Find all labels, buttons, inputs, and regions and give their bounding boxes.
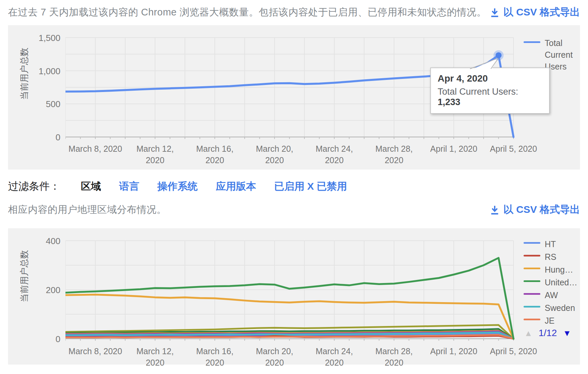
legend-swatch (524, 255, 540, 256)
y-tick-label: 0 (13, 132, 60, 143)
legend-label: RS (545, 251, 556, 263)
legend-swatch (524, 268, 540, 269)
total-users-chart-panel: 当前用户总数 Total Current Users Apr 4, 2020 T… (8, 25, 580, 170)
stats-page: { "page": { "chart1_description": "在过去 7… (0, 0, 588, 374)
export-csv-label: 以 CSV 格式导出 (503, 5, 580, 19)
legend-item: Hung… (524, 264, 573, 276)
legend-item: JE (524, 315, 554, 327)
export-csv-link-1[interactable]: 以 CSV 格式导出 (489, 5, 580, 19)
y-tick-label: 1,500 (13, 33, 60, 43)
x-tick-label: March 12, 2020 (136, 143, 174, 166)
chart1-description: 在过去 7 天内加载过该内容的 Chrome 浏览器大概数量。包括该内容处于已启… (8, 6, 487, 19)
legend-label: JE (545, 315, 554, 327)
filter-region[interactable]: 区域 (81, 180, 101, 193)
x-tick-label: March 8, 2020 (68, 346, 122, 357)
legend-swatch (524, 293, 540, 295)
legend-item: United… (524, 277, 577, 288)
legend-label: United… (545, 277, 577, 288)
legend-label: Sweden (545, 302, 575, 314)
filter-enabled-disabled[interactable]: 已启用 X 已禁用 (274, 180, 347, 193)
x-tick-label: March 16, 2020 (196, 143, 233, 166)
x-tick-label: April 5, 2020 (490, 143, 537, 155)
x-tick-label: March 20, 2020 (256, 346, 293, 369)
chart2-header-row: 相应内容的用户地理区域分布情况。 以 CSV 格式导出 (8, 203, 580, 217)
legend-swatch (524, 306, 540, 308)
x-tick-label: March 8, 2020 (68, 143, 122, 155)
x-tick-label: March 28, 2020 (375, 143, 412, 166)
x-tick-label: April 5, 2020 (490, 346, 537, 357)
legend-label: Hung… (545, 264, 573, 276)
tooltip-value: 1,233 (438, 97, 460, 107)
legend-label: AW (545, 289, 558, 301)
x-tick-label: March 24, 2020 (315, 143, 353, 166)
download-icon (489, 204, 500, 215)
y-tick-label: 1,000 (13, 66, 60, 77)
x-tick-label: April 1, 2020 (430, 143, 477, 155)
tooltip-series-label: Total Current Users: (438, 87, 518, 97)
legend-pagination: ▲ 1/12 ▼ (524, 328, 571, 338)
legend-item: AW (524, 289, 558, 301)
download-icon (489, 7, 500, 18)
legend-swatch (524, 319, 540, 320)
legend-page-indicator: 1/12 (539, 328, 557, 338)
y-tick-label: 500 (13, 99, 60, 109)
legend-item: Sweden (524, 302, 575, 314)
legend-swatch (524, 41, 540, 43)
filter-row-label: 过滤条件： (8, 179, 60, 193)
filter-os[interactable]: 操作系统 (157, 180, 198, 193)
chart1-header-row: 在过去 7 天内加载过该内容的 Chrome 浏览器大概数量。包括该内容处于已启… (8, 5, 580, 19)
y-tick-label: 0 (13, 334, 60, 344)
region-chart-panel: 当前用户总数 HTRSHung…United…AWSwedenJE ▲ 1/12… (8, 228, 580, 365)
filter-language[interactable]: 语言 (119, 180, 139, 193)
tooltip-date: Apr 4, 2020 (438, 73, 542, 84)
export-csv-link-2[interactable]: 以 CSV 格式导出 (489, 203, 580, 217)
tooltip-value-row: Total Current Users: 1,233 (438, 87, 542, 107)
legend-swatch (524, 280, 540, 282)
legend-page-up-icon[interactable]: ▲ (524, 328, 533, 338)
filter-app-version[interactable]: 应用版本 (216, 180, 256, 193)
x-tick-label: March 28, 2020 (375, 346, 412, 369)
x-tick-label: March 20, 2020 (256, 143, 293, 166)
legend-swatch (524, 242, 540, 244)
x-tick-label: March 24, 2020 (315, 346, 353, 369)
legend-page-down-icon[interactable]: ▼ (563, 328, 571, 338)
x-tick-label: March 16, 2020 (196, 346, 233, 369)
chart2-plot-area[interactable] (65, 228, 516, 343)
x-tick-label: April 1, 2020 (430, 346, 477, 357)
x-tick-label: March 12, 2020 (136, 346, 174, 369)
y-tick-label: 400 (13, 236, 60, 246)
legend-item: RS (524, 251, 556, 263)
chart-tooltip: Apr 4, 2020 Total Current Users: 1,233 (430, 67, 550, 114)
legend-label: HT (545, 238, 556, 250)
y-tick-label: 200 (13, 285, 60, 295)
legend-label: Total Current Users (545, 37, 582, 73)
export-csv-label: 以 CSV 格式导出 (503, 203, 580, 217)
chart1-y-axis-title: 当前用户总数 (18, 87, 30, 100)
filter-row: 过滤条件： 区域 语言 操作系统 应用版本 已启用 X 已禁用 (8, 179, 365, 193)
legend-item: HT (524, 238, 556, 250)
chart2-description: 相应内容的用户地理区域分布情况。 (8, 203, 166, 217)
